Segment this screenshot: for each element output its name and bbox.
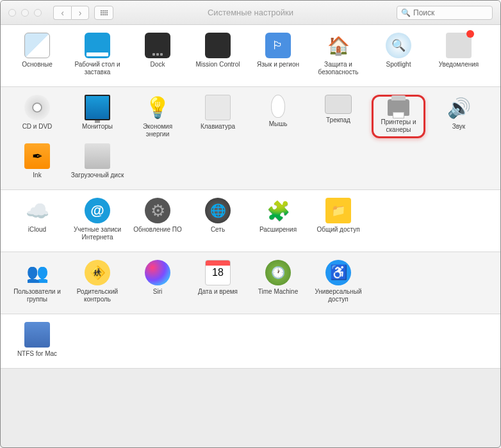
pref-item-startup[interactable]: Загрузочный диск [70, 143, 124, 179]
accessibility-icon: ♿ [325, 260, 351, 285]
pref-item-general[interactable]: Основные [10, 33, 64, 76]
icloud-icon: ☁️ [24, 198, 50, 223]
pref-label: Звук [452, 123, 466, 131]
pref-item-energy[interactable]: 💡Экономия энергии [131, 95, 185, 138]
pref-item-spotlight[interactable]: Spotlight [372, 33, 425, 76]
row: ОсновныеРабочий стол и заставкаDockMissi… [7, 33, 494, 81]
pref-item-update[interactable]: ⚙Обновление ПО [131, 198, 185, 241]
security-icon: 🏠 [325, 33, 351, 58]
pref-label: Пользователи и группы [10, 288, 64, 303]
siri-icon [145, 260, 170, 285]
pref-item-mouse[interactable]: Мышь [251, 95, 305, 138]
pref-label: Рабочий стол и заставка [70, 61, 124, 76]
pref-item-ntfs[interactable]: NTFS for Mac [10, 322, 64, 358]
pref-item-printers[interactable]: Принтеры и сканеры [372, 95, 425, 138]
pref-item-siri[interactable]: Siri [131, 260, 185, 303]
close-button[interactable] [8, 9, 16, 17]
search-field[interactable]: 🔍 [397, 6, 493, 20]
parental-icon: 🚸 [85, 260, 110, 285]
pref-item-keyboard[interactable]: Клавиатура [191, 95, 245, 138]
forward-button[interactable]: › [71, 6, 89, 20]
pref-item-parental[interactable]: 🚸Родительский контроль [70, 260, 124, 303]
notification-badge [466, 30, 474, 38]
pref-label: Учетные записи Интернета [70, 226, 124, 241]
cddvd-icon [24, 95, 50, 120]
extensions-icon: 🧩 [265, 198, 291, 223]
printers-icon [388, 99, 409, 116]
ink-icon: ✒ [24, 143, 50, 169]
network-icon: 🌐 [205, 198, 231, 223]
pref-label: Расширения [259, 226, 297, 234]
pref-label: Spotlight [386, 61, 411, 68]
pref-item-extensions[interactable]: 🧩Расширения [251, 198, 305, 241]
pref-item-displays[interactable]: Мониторы [70, 95, 124, 138]
pref-item-cddvd[interactable]: CD и DVD [10, 95, 64, 138]
pref-item-mission[interactable]: Mission Control [191, 33, 245, 76]
pref-item-accounts[interactable]: @Учетные записи Интернета [70, 198, 124, 241]
sound-icon: 🔊 [446, 95, 472, 120]
pref-label: Язык и регион [257, 61, 299, 68]
system-preferences-window: ‹ › Системные настройки 🔍 ОсновныеРабочи… [0, 0, 501, 448]
pref-item-dock[interactable]: Dock [131, 33, 185, 76]
pref-item-security[interactable]: 🏠Защита и безопасность [311, 33, 365, 76]
trackpad-icon [325, 95, 352, 114]
pref-label: Универсальный доступ [311, 288, 365, 303]
pref-label: NTFS for Mac [17, 350, 57, 358]
pref-item-lang[interactable]: 🏳Язык и регион [251, 33, 305, 76]
pref-label: Сеть [211, 226, 225, 234]
pref-item-sharing[interactable]: 📁Общий доступ [311, 198, 365, 241]
pref-label: Mission Control [196, 61, 240, 68]
window-controls [8, 9, 42, 17]
pref-label: Уведомления [439, 61, 479, 68]
sharing-icon: 📁 [325, 198, 351, 223]
pref-label: Родительский контроль [70, 288, 124, 303]
pref-label: Siri [153, 288, 162, 296]
section-1: CD и DVDМониторы💡Экономия энергииКлавиат… [1, 87, 500, 190]
users-icon: 👥 [24, 260, 50, 285]
pref-item-trackpad[interactable]: Трекпад [311, 95, 365, 138]
pref-label: iCloud [28, 226, 46, 234]
section-3: 👥Пользователи и группы🚸Родительский конт… [1, 252, 500, 314]
lang-icon: 🏳 [265, 33, 291, 58]
pref-item-datetime[interactable]: 18Дата и время [191, 260, 245, 303]
pref-item-icloud[interactable]: ☁️iCloud [10, 198, 64, 241]
pref-label: Защита и безопасность [311, 61, 365, 76]
search-icon: 🔍 [401, 8, 411, 17]
pref-item-sound[interactable]: 🔊Звук [432, 95, 486, 138]
pref-item-ink[interactable]: ✒Ink [10, 143, 64, 179]
pref-label: Экономия энергии [131, 123, 185, 138]
show-all-button[interactable] [94, 6, 113, 20]
titlebar: ‹ › Системные настройки 🔍 [1, 1, 500, 25]
pref-item-users[interactable]: 👥Пользователи и группы [10, 260, 64, 303]
pref-item-accessibility[interactable]: ♿Универсальный доступ [311, 260, 365, 303]
spotlight-icon [386, 33, 411, 58]
energy-icon: 💡 [145, 95, 170, 120]
accounts-icon: @ [85, 198, 110, 223]
general-icon [24, 33, 50, 58]
back-button[interactable]: ‹ [53, 6, 71, 20]
pref-item-notifications[interactable]: Уведомления [432, 33, 486, 76]
desktop-icon [85, 33, 110, 58]
pref-label: Загрузочный диск [71, 172, 124, 179]
pref-item-network[interactable]: 🌐Сеть [191, 198, 245, 241]
search-input[interactable] [413, 8, 488, 17]
update-icon: ⚙ [145, 198, 170, 223]
pref-label: Дата и время [198, 288, 238, 296]
section-2: ☁️iCloud@Учетные записи Интернета⚙Обновл… [1, 190, 500, 252]
zoom-button[interactable] [34, 9, 42, 17]
keyboard-icon [205, 95, 231, 120]
pref-item-timemachine[interactable]: 🕐Time Machine [251, 260, 305, 303]
mouse-icon [271, 95, 285, 118]
section-4: NTFS for Mac [1, 314, 500, 369]
pref-label: CD и DVD [22, 123, 53, 131]
datetime-icon: 18 [205, 260, 231, 285]
pref-label: Основные [22, 61, 52, 68]
pref-label: Общий доступ [316, 226, 359, 234]
row: 👥Пользователи и группы🚸Родительский конт… [7, 260, 494, 308]
ntfs-icon [24, 322, 50, 348]
grid-icon [101, 10, 108, 15]
row: NTFS for Mac [7, 322, 494, 363]
pref-label: Dock [151, 61, 165, 68]
minimize-button[interactable] [21, 9, 29, 17]
pref-item-desktop[interactable]: Рабочий стол и заставка [70, 33, 124, 76]
